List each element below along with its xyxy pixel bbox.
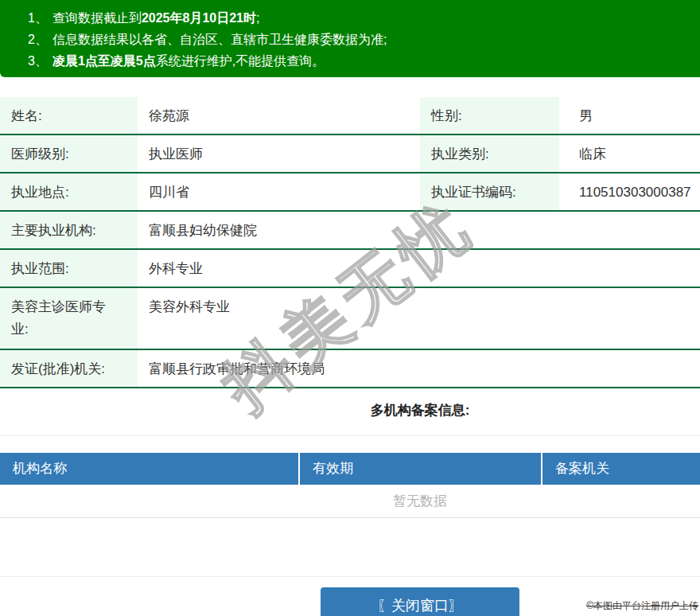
page: 1、查询数据截止到2025年8月10日21时; 2、信息数据结果以各省、自治区、… [0, 0, 700, 616]
notice-item-3: 3、凌晨1点至凌晨5点系统进行维护,不能提供查询。 [28, 50, 700, 72]
scope-value: 外科专业 [138, 250, 700, 287]
notice-text: 系统进行维护,不能提供查询。 [156, 54, 325, 68]
column-header-validity: 有效期 [300, 453, 541, 485]
name-label: 姓名: [0, 97, 138, 134]
doctor-info-table: 姓名: 徐苑源 性别: 男 医师级别: 执业医师 执业类别: 临床 执业地点: … [0, 97, 700, 388]
category-label: 执业类别: [420, 135, 559, 172]
table-row: 执业地点: 四川省 执业证书编码: 110510303000387 [0, 173, 700, 212]
scope-label: 执业范围: [0, 250, 138, 287]
notice-item-2: 2、信息数据结果以各省、自治区、直辖市卫生健康委数据为准; [28, 29, 700, 50]
divider [0, 435, 700, 436]
notice-text-bold: 凌晨1点至凌晨5点 [52, 54, 156, 68]
table-row: 美容主诊医师专业: 美容外科专业 [0, 288, 700, 350]
close-window-button[interactable]: 〖关闭窗口〗 [321, 587, 519, 616]
empty-data-row: 暂无数据 [0, 485, 700, 518]
category-value: 临床 [559, 135, 700, 172]
multi-org-backup-title: 多机构备案信息: [0, 403, 700, 419]
location-value: 四川省 [138, 173, 420, 210]
upload-stamp: ©本图由平台注册用户上传 [585, 599, 700, 613]
name-value: 徐苑源 [138, 97, 420, 134]
notice-text: 查询数据截止到 [52, 11, 142, 25]
table-row: 姓名: 徐苑源 性别: 男 [0, 97, 700, 135]
table-row: 发证(批准)机关: 富顺县行政审批和营商环境局 [0, 350, 700, 388]
gender-value: 男 [559, 97, 700, 134]
column-header-org-name: 机构名称 [0, 453, 298, 485]
gender-label: 性别: [420, 97, 559, 134]
table-row: 执业范围: 外科专业 [0, 250, 700, 288]
notice-item-1: 1、查询数据截止到2025年8月10日21时; [28, 7, 700, 29]
main-org-label: 主要执业机构: [0, 212, 138, 248]
issuer-value: 富顺县行政审批和营商环境局 [138, 350, 700, 387]
table-row: 医师级别: 执业医师 执业类别: 临床 [0, 135, 700, 173]
column-header-filing-authority: 备案机关 [542, 453, 700, 485]
notice-text: ; [256, 11, 259, 25]
table-row: 主要执业机构: 富顺县妇幼保健院 [0, 212, 700, 250]
notice-number: 2、 [28, 33, 48, 46]
cert-number-label: 执业证书编码: [420, 173, 559, 210]
notice-number: 3、 [28, 54, 48, 68]
notice-text-bold: 2025年8月10日21时 [142, 11, 256, 25]
backup-table-header: 机构名称 有效期 备案机关 [0, 453, 700, 485]
location-label: 执业地点: [0, 173, 138, 210]
level-value: 执业医师 [138, 135, 420, 172]
issuer-label: 发证(批准)机关: [0, 350, 138, 387]
query-result-window: 1、查询数据截止到2025年8月10日21时; 2、信息数据结果以各省、自治区、… [0, 0, 700, 616]
notice-text: 信息数据结果以各省、自治区、直辖市卫生健康委数据为准; [52, 33, 387, 46]
level-label: 医师级别: [0, 135, 138, 172]
main-org-value: 富顺县妇幼保健院 [138, 212, 700, 248]
cosmetic-specialty-label: 美容主诊医师专业: [0, 288, 138, 349]
cosmetic-specialty-value: 美容外科专业 [138, 288, 700, 349]
notice-banner: 1、查询数据截止到2025年8月10日21时; 2、信息数据结果以各省、自治区、… [0, 0, 700, 77]
cert-number-value: 110510303000387 [559, 173, 700, 210]
notice-number: 1、 [28, 11, 48, 25]
